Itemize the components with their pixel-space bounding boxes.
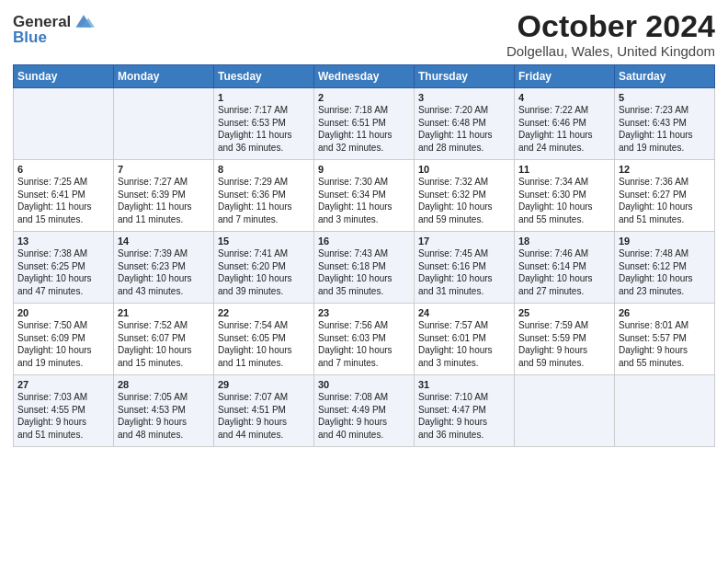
calendar-cell: 18Sunrise: 7:46 AM Sunset: 6:14 PM Dayli…: [515, 232, 615, 304]
day-number: 3: [418, 92, 510, 103]
calendar-cell: 6Sunrise: 7:25 AM Sunset: 6:41 PM Daylig…: [14, 160, 114, 232]
month-title: October 2024: [506, 9, 715, 43]
header-sunday: Sunday: [14, 65, 114, 88]
logo-icon: [73, 13, 95, 29]
day-number: 10: [418, 164, 510, 175]
calendar-cell: 14Sunrise: 7:39 AM Sunset: 6:23 PM Dayli…: [114, 232, 214, 304]
day-number: 30: [318, 379, 410, 390]
day-number: 19: [619, 236, 711, 247]
logo-general: General: [13, 14, 71, 29]
day-number: 15: [218, 236, 310, 247]
day-info: Sunrise: 7:48 AM Sunset: 6:12 PM Dayligh…: [619, 247, 711, 297]
day-number: 12: [619, 164, 711, 175]
day-info: Sunrise: 7:43 AM Sunset: 6:18 PM Dayligh…: [318, 247, 410, 297]
calendar-cell: 23Sunrise: 7:56 AM Sunset: 6:03 PM Dayli…: [314, 304, 415, 375]
calendar-cell: 1Sunrise: 7:17 AM Sunset: 6:53 PM Daylig…: [214, 88, 314, 160]
day-info: Sunrise: 7:08 AM Sunset: 4:49 PM Dayligh…: [318, 391, 410, 441]
header-thursday: Thursday: [415, 65, 515, 88]
day-info: Sunrise: 7:07 AM Sunset: 4:51 PM Dayligh…: [218, 391, 310, 441]
day-info: Sunrise: 8:01 AM Sunset: 5:57 PM Dayligh…: [619, 319, 711, 369]
calendar-cell: [114, 88, 214, 160]
day-info: Sunrise: 7:56 AM Sunset: 6:03 PM Dayligh…: [318, 319, 410, 369]
calendar-week-4: 20Sunrise: 7:50 AM Sunset: 6:09 PM Dayli…: [14, 304, 715, 375]
day-info: Sunrise: 7:29 AM Sunset: 6:36 PM Dayligh…: [218, 176, 310, 225]
header-row-days: Sunday Monday Tuesday Wednesday Thursday…: [14, 65, 715, 88]
day-info: Sunrise: 7:20 AM Sunset: 6:48 PM Dayligh…: [418, 104, 510, 154]
day-info: Sunrise: 7:27 AM Sunset: 6:39 PM Dayligh…: [118, 176, 210, 225]
calendar-cell: 21Sunrise: 7:52 AM Sunset: 6:07 PM Dayli…: [114, 304, 214, 375]
day-info: Sunrise: 7:17 AM Sunset: 6:53 PM Dayligh…: [218, 104, 310, 154]
title-block: October 2024 Dolgellau, Wales, United Ki…: [506, 9, 715, 59]
day-info: Sunrise: 7:50 AM Sunset: 6:09 PM Dayligh…: [17, 319, 109, 369]
day-number: 17: [418, 236, 510, 247]
calendar-cell: 29Sunrise: 7:07 AM Sunset: 4:51 PM Dayli…: [214, 375, 314, 447]
day-info: Sunrise: 7:45 AM Sunset: 6:16 PM Dayligh…: [418, 247, 510, 297]
day-number: 20: [17, 307, 109, 318]
header-monday: Monday: [114, 65, 214, 88]
calendar-cell: 11Sunrise: 7:34 AM Sunset: 6:30 PM Dayli…: [515, 160, 615, 232]
header-wednesday: Wednesday: [314, 65, 415, 88]
calendar-cell: 12Sunrise: 7:36 AM Sunset: 6:27 PM Dayli…: [615, 160, 715, 232]
day-number: 5: [619, 92, 711, 103]
day-number: 21: [118, 307, 210, 318]
day-info: Sunrise: 7:18 AM Sunset: 6:51 PM Dayligh…: [318, 104, 410, 154]
day-number: 31: [418, 379, 510, 390]
calendar-week-3: 13Sunrise: 7:38 AM Sunset: 6:25 PM Dayli…: [14, 232, 715, 304]
day-number: 26: [619, 307, 711, 318]
day-number: 7: [118, 164, 210, 175]
page: General Blue October 2024 Dolgellau, Wal…: [0, 0, 728, 454]
calendar-cell: 5Sunrise: 7:23 AM Sunset: 6:43 PM Daylig…: [615, 88, 715, 160]
calendar-cell: 13Sunrise: 7:38 AM Sunset: 6:25 PM Dayli…: [14, 232, 114, 304]
calendar-cell: 16Sunrise: 7:43 AM Sunset: 6:18 PM Dayli…: [314, 232, 415, 304]
day-info: Sunrise: 7:39 AM Sunset: 6:23 PM Dayligh…: [118, 247, 210, 297]
day-number: 28: [118, 379, 210, 390]
calendar-cell: 2Sunrise: 7:18 AM Sunset: 6:51 PM Daylig…: [314, 88, 415, 160]
calendar-cell: 25Sunrise: 7:59 AM Sunset: 5:59 PM Dayli…: [515, 304, 615, 375]
day-number: 23: [318, 307, 410, 318]
calendar-cell: 15Sunrise: 7:41 AM Sunset: 6:20 PM Dayli…: [214, 232, 314, 304]
day-info: Sunrise: 7:38 AM Sunset: 6:25 PM Dayligh…: [17, 247, 109, 297]
calendar-cell: 28Sunrise: 7:05 AM Sunset: 4:53 PM Dayli…: [114, 375, 214, 447]
day-info: Sunrise: 7:57 AM Sunset: 6:01 PM Dayligh…: [418, 319, 510, 369]
calendar-cell: 17Sunrise: 7:45 AM Sunset: 6:16 PM Dayli…: [415, 232, 515, 304]
day-info: Sunrise: 7:34 AM Sunset: 6:30 PM Dayligh…: [518, 176, 610, 225]
calendar-cell: 30Sunrise: 7:08 AM Sunset: 4:49 PM Dayli…: [314, 375, 415, 447]
day-info: Sunrise: 7:05 AM Sunset: 4:53 PM Dayligh…: [118, 391, 210, 441]
day-number: 6: [17, 164, 109, 175]
header-saturday: Saturday: [615, 65, 715, 88]
day-number: 27: [17, 379, 109, 390]
calendar-cell: 4Sunrise: 7:22 AM Sunset: 6:46 PM Daylig…: [515, 88, 615, 160]
calendar-cell: 20Sunrise: 7:50 AM Sunset: 6:09 PM Dayli…: [14, 304, 114, 375]
day-info: Sunrise: 7:46 AM Sunset: 6:14 PM Dayligh…: [518, 247, 610, 297]
calendar-week-1: 1Sunrise: 7:17 AM Sunset: 6:53 PM Daylig…: [14, 88, 715, 160]
day-number: 14: [118, 236, 210, 247]
day-number: 24: [418, 307, 510, 318]
day-number: 11: [518, 164, 610, 175]
header-row: General Blue October 2024 Dolgellau, Wal…: [13, 9, 715, 59]
calendar-cell: 27Sunrise: 7:03 AM Sunset: 4:55 PM Dayli…: [14, 375, 114, 447]
day-info: Sunrise: 7:54 AM Sunset: 6:05 PM Dayligh…: [218, 319, 310, 369]
day-number: 1: [218, 92, 310, 103]
day-info: Sunrise: 7:22 AM Sunset: 6:46 PM Dayligh…: [518, 104, 610, 154]
day-number: 29: [218, 379, 310, 390]
logo: General Blue: [13, 13, 95, 45]
calendar-cell: 7Sunrise: 7:27 AM Sunset: 6:39 PM Daylig…: [114, 160, 214, 232]
calendar-cell: [515, 375, 615, 447]
day-number: 9: [318, 164, 410, 175]
day-info: Sunrise: 7:41 AM Sunset: 6:20 PM Dayligh…: [218, 247, 310, 297]
calendar-cell: 8Sunrise: 7:29 AM Sunset: 6:36 PM Daylig…: [214, 160, 314, 232]
calendar-cell: [14, 88, 114, 160]
location-title: Dolgellau, Wales, United Kingdom: [506, 43, 715, 59]
day-info: Sunrise: 7:36 AM Sunset: 6:27 PM Dayligh…: [619, 176, 711, 225]
day-number: 4: [518, 92, 610, 103]
day-number: 25: [518, 307, 610, 318]
calendar-cell: 19Sunrise: 7:48 AM Sunset: 6:12 PM Dayli…: [615, 232, 715, 304]
day-number: 2: [318, 92, 410, 103]
day-number: 8: [218, 164, 310, 175]
calendar-cell: 24Sunrise: 7:57 AM Sunset: 6:01 PM Dayli…: [415, 304, 515, 375]
logo-blue: Blue: [13, 29, 47, 45]
day-info: Sunrise: 7:32 AM Sunset: 6:32 PM Dayligh…: [418, 176, 510, 225]
day-number: 22: [218, 307, 310, 318]
day-info: Sunrise: 7:52 AM Sunset: 6:07 PM Dayligh…: [118, 319, 210, 369]
day-info: Sunrise: 7:25 AM Sunset: 6:41 PM Dayligh…: [17, 176, 109, 225]
